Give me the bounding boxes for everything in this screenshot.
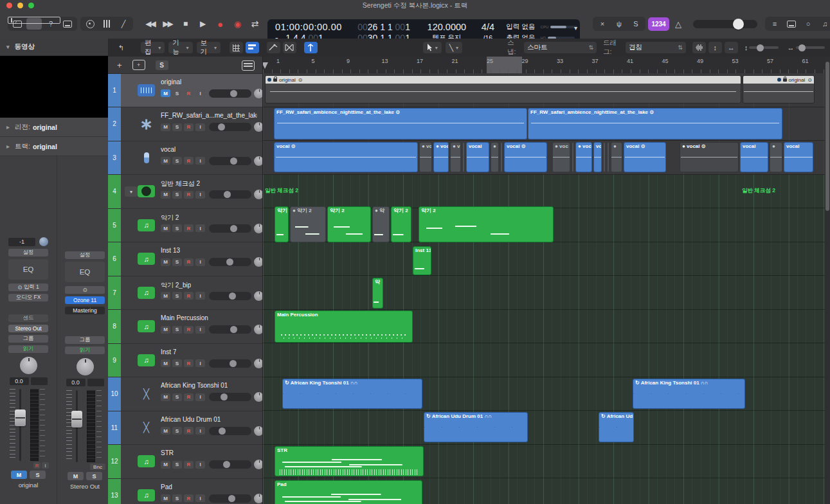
mute-button[interactable]: M — [161, 123, 170, 131]
track-volume-slider[interactable] — [209, 494, 251, 503]
fader-handle[interactable] — [15, 410, 26, 426]
region[interactable]: vocal ⊙ — [274, 142, 418, 172]
automation-mode-button[interactable]: 읽기 — [65, 346, 105, 354]
record-enable-button[interactable]: R — [184, 224, 194, 232]
snap-select[interactable]: 스마트⇅ — [524, 42, 597, 53]
video-section-header[interactable]: ▾동영상 — [0, 39, 108, 56]
forward-button[interactable]: ▶▶ — [159, 15, 176, 32]
solo-button[interactable]: S — [172, 292, 182, 300]
metronome-button[interactable]: △ — [671, 17, 685, 31]
region[interactable]: ↻ African Udu Drum 01 ∩∩ — [424, 412, 528, 442]
output-slot[interactable]: Stereo Out — [8, 325, 48, 332]
track-name[interactable]: African Udu Drum 01 — [161, 416, 221, 423]
track-row[interactable]: 10╳African King Tsonshi 01MSRI — [108, 377, 262, 411]
solo-button[interactable]: S — [172, 461, 182, 469]
pencil-mode-button[interactable]: ╱ — [116, 18, 131, 30]
flex-button[interactable] — [283, 42, 296, 53]
plugin-slot-ozone[interactable]: Ozone 11 — [65, 296, 105, 304]
track-row[interactable]: 8♫Main PercussionMSRI — [108, 310, 262, 344]
region[interactable]: original⊙ — [743, 75, 815, 104]
track-volume-slider[interactable] — [209, 258, 251, 266]
solo-button[interactable]: S — [172, 427, 182, 435]
input-monitor-button[interactable]: I — [195, 258, 205, 266]
region[interactable]: 악기 2 — [327, 206, 371, 242]
track-name[interactable]: original — [161, 78, 181, 86]
setting-button[interactable]: 설정 — [65, 251, 105, 259]
track-volume-knob[interactable] — [230, 326, 237, 333]
record-enable-button[interactable]: R — [184, 191, 194, 199]
track-volume-knob[interactable] — [230, 90, 237, 97]
rewind-button[interactable]: ◀◀ — [141, 15, 159, 32]
track-name[interactable]: 악기 2 — [161, 213, 179, 222]
hierarchy-up-button[interactable]: ↰ — [114, 42, 128, 53]
setting-button[interactable]: 설정 — [8, 249, 48, 256]
track-pan-knob[interactable] — [254, 460, 263, 469]
region[interactable]: vocal — [784, 142, 813, 172]
track-volume-knob[interactable] — [218, 123, 225, 130]
track-name[interactable]: Inst 7 — [161, 348, 176, 356]
input-monitor-button[interactable]: I — [195, 224, 205, 232]
solo-button[interactable]: S — [172, 123, 182, 131]
track-disclosure-button[interactable]: ▾ — [125, 186, 138, 197]
gain-knob[interactable] — [39, 237, 48, 246]
track-row[interactable]: 11╳African Udu Drum 01MSRI — [108, 411, 262, 446]
mute-button[interactable]: M — [161, 359, 170, 367]
mute-button[interactable]: M — [161, 292, 170, 300]
horizontal-zoom-slider[interactable] — [796, 46, 825, 49]
mute-button[interactable]: M — [161, 258, 170, 266]
mute-button[interactable]: M — [11, 471, 27, 479]
track-volume-knob[interactable] — [230, 225, 237, 232]
track-volume-slider[interactable] — [209, 460, 251, 469]
tuner-button[interactable] — [82, 18, 98, 30]
track-volume-slider[interactable] — [209, 190, 251, 199]
track-volume-slider[interactable] — [209, 123, 251, 131]
track-pan-knob[interactable] — [254, 325, 263, 334]
stop-button[interactable]: ■ — [176, 15, 194, 32]
drag-select[interactable]: 겹침⇅ — [626, 42, 686, 53]
track-pan-knob[interactable] — [254, 359, 263, 368]
mute-button[interactable]: M — [161, 89, 170, 97]
input-monitor-button[interactable]: I — [195, 359, 205, 367]
track-row[interactable]: 12♫STRMSRI — [108, 445, 262, 479]
record-enable-button[interactable]: R — [184, 123, 194, 131]
input-monitor-button[interactable]: I — [195, 89, 205, 97]
track-volume-knob[interactable] — [226, 258, 233, 266]
region[interactable] — [572, 142, 574, 172]
track-name[interactable]: FF_RW_safari_a...me_at_the_lake — [161, 112, 257, 119]
track-pan-knob[interactable] — [254, 190, 263, 199]
mute-button[interactable]: M — [161, 191, 170, 199]
track-pan-knob[interactable] — [254, 257, 263, 267]
mute-button[interactable]: M — [161, 326, 170, 334]
track-volume-slider[interactable] — [209, 359, 251, 368]
region[interactable]: ● — [770, 142, 782, 172]
input-monitor-button[interactable]: I — [195, 292, 205, 300]
solo-button[interactable]: S — [30, 471, 46, 479]
automation-button[interactable] — [267, 42, 280, 53]
region[interactable]: 악기 2 — [391, 206, 411, 242]
gain-value[interactable]: -1 — [8, 238, 35, 246]
region[interactable]: ● v — [450, 142, 461, 172]
track-volume-slider[interactable] — [209, 224, 251, 233]
bounce-button[interactable]: Bnc — [90, 464, 105, 470]
region-inspector-header[interactable]: ▸리전:original — [0, 118, 108, 137]
mute-button[interactable]: M — [161, 494, 170, 502]
track-pan-knob[interactable] — [254, 156, 263, 166]
fader-handle[interactable] — [71, 411, 82, 428]
list-editors-button[interactable]: ≡ — [767, 18, 782, 30]
track-volume-slider[interactable] — [209, 157, 251, 165]
group-slot[interactable]: 그룹 — [65, 336, 105, 344]
track-volume-knob[interactable] — [219, 428, 226, 435]
mute-button[interactable]: M — [161, 393, 170, 401]
vertical-scrollbar[interactable] — [825, 57, 830, 504]
functions-menu-button[interactable]: 기능▾ — [168, 42, 192, 53]
track-volume-knob[interactable] — [228, 495, 235, 502]
track-name[interactable]: STR — [161, 449, 174, 456]
region[interactable]: ● voc — [552, 142, 570, 172]
grid-button[interactable] — [230, 42, 243, 53]
solo-button[interactable]: S — [172, 326, 182, 334]
track-pan-knob[interactable] — [254, 291, 263, 301]
track-volume-knob[interactable] — [223, 461, 230, 468]
send-slot[interactable]: 센드 — [8, 314, 48, 322]
record-enable-button[interactable]: R — [184, 89, 194, 97]
low-latency-button[interactable]: × — [595, 18, 610, 30]
